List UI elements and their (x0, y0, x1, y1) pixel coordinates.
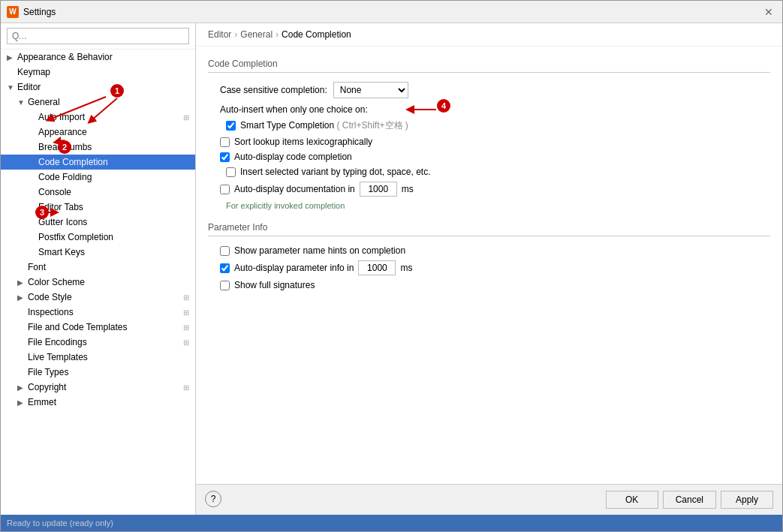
sidebar-item-copyright[interactable]: ▶ Copyright ⊞ (1, 380, 195, 395)
breadcrumb-current: Code Completion (282, 29, 351, 40)
main-panel: Editor › General › Code Completion Code … (196, 23, 782, 515)
settings-dialog: W Settings ✕ ▶ Appearance & Behavior Key… (0, 0, 783, 532)
badge-icon: ⊞ (183, 383, 189, 392)
titlebar: W Settings ✕ (1, 1, 782, 23)
sort-lookup-row: Sort lookup items lexicographically (208, 137, 770, 147)
auto-display-checkbox[interactable] (220, 152, 230, 162)
dialog-footer: ? OK Cancel Apply (196, 484, 782, 515)
sidebar-item-appearance[interactable]: Appearance (1, 125, 195, 140)
badge-icon: ⊞ (183, 338, 189, 347)
sidebar-label: Appearance & Behavior (17, 52, 113, 62)
sidebar-label: Emmet (28, 397, 56, 407)
sidebar-item-code-style[interactable]: ▶ Code Style ⊞ (1, 290, 195, 305)
sidebar-item-code-completion[interactable]: Code Completion (1, 155, 195, 170)
sidebar-item-file-code-templates[interactable]: File and Code Templates ⊞ (1, 320, 195, 335)
sidebar-label: Gutter Icons (38, 217, 87, 227)
show-hints-label[interactable]: Show parameter name hints on completion (234, 245, 405, 256)
badge-icon: ⊞ (183, 113, 189, 122)
sidebar-label: File Types (28, 367, 68, 377)
auto-display-doc-input[interactable]: 1000 (360, 182, 397, 197)
sidebar-item-emmet[interactable]: ▶ Emmet (1, 395, 195, 410)
sidebar-item-gutter-icons[interactable]: Gutter Icons (1, 215, 195, 230)
apply-button[interactable]: Apply (721, 491, 773, 509)
breadcrumb-sep2: › (276, 29, 279, 40)
badge-icon: ⊞ (183, 308, 189, 317)
statusbar-text: Ready to update (ready only) (7, 518, 113, 527)
show-full-checkbox[interactable] (220, 281, 230, 290)
auto-display-param-row: Auto-display parameter info in 1000 ms (208, 260, 770, 275)
sidebar-item-color-scheme[interactable]: ▶ Color Scheme (1, 275, 195, 290)
sidebar-item-editor[interactable]: ▼ Editor (1, 80, 195, 95)
help-button[interactable]: ? (205, 491, 221, 507)
ok-button[interactable]: OK (606, 491, 658, 509)
sidebar-item-breadcrumbs[interactable]: Breadcrumbs (1, 140, 195, 155)
show-full-row: Show full signatures (208, 280, 770, 290)
sidebar-label: General (28, 97, 60, 107)
sidebar-item-smart-keys[interactable]: Smart Keys (1, 245, 195, 260)
breadcrumb: Editor › General › Code Completion (196, 23, 782, 47)
auto-display-row: Auto-display code completion (208, 152, 770, 162)
auto-display-doc-label[interactable]: Auto-display documentation in (234, 184, 355, 194)
param-ms-unit: ms (400, 263, 412, 273)
breadcrumb-general: General (240, 29, 273, 40)
sidebar-label: File and Code Templates (28, 322, 128, 332)
content-area: Code Completion Case sensitive completio… (196, 47, 782, 484)
auto-display-doc-checkbox[interactable] (220, 185, 230, 194)
sidebar-label: Editor (17, 82, 41, 92)
auto-display-param-label[interactable]: Auto-display parameter info in (234, 263, 354, 273)
smart-type-label[interactable]: Smart Type Completion ( Ctrl+Shift+空格 ) (240, 119, 408, 132)
smart-type-checkbox[interactable] (226, 121, 236, 131)
sidebar-item-inspections[interactable]: Inspections ⊞ (1, 305, 195, 320)
badge-icon: ⊞ (183, 293, 189, 302)
sidebar-label: Copyright (28, 382, 66, 392)
search-box (1, 23, 195, 50)
sidebar-label: Code Completion (38, 157, 108, 167)
dialog-body: ▶ Appearance & Behavior Keymap ▼ Editor … (1, 23, 782, 515)
expand-icon: ▶ (17, 293, 28, 302)
smart-type-row: Smart Type Completion ( Ctrl+Shift+空格 ) (208, 119, 770, 132)
case-sensitive-label: Case sensitive completion: (220, 85, 327, 95)
window-title: Settings (23, 7, 761, 17)
sidebar-label: Font (28, 262, 46, 272)
show-hints-checkbox[interactable] (220, 246, 230, 256)
auto-display-param-checkbox[interactable] (220, 263, 230, 273)
sidebar: ▶ Appearance & Behavior Keymap ▼ Editor … (1, 23, 196, 515)
search-input[interactable] (7, 28, 189, 44)
sidebar-item-file-encodings[interactable]: File Encodings ⊞ (1, 335, 195, 350)
sidebar-item-postfix-completion[interactable]: Postfix Completion (1, 230, 195, 245)
expand-icon: ▶ (7, 53, 17, 62)
insert-selected-label[interactable]: Insert selected variant by typing dot, s… (240, 167, 430, 177)
sidebar-item-auto-import[interactable]: Auto Import ⊞ (1, 110, 195, 125)
breadcrumb-sep: › (234, 29, 237, 40)
sidebar-item-live-templates[interactable]: Live Templates (1, 350, 195, 365)
auto-display-doc-row: Auto-display documentation in 1000 ms (208, 182, 770, 197)
close-button[interactable]: ✕ (761, 5, 776, 20)
expand-icon: ▶ (17, 398, 28, 407)
section-code-completion: Code Completion (208, 59, 770, 73)
sidebar-item-appearance-behavior[interactable]: ▶ Appearance & Behavior (1, 50, 195, 65)
sidebar-item-font[interactable]: Font (1, 260, 195, 275)
sidebar-label: Keymap (17, 67, 50, 77)
sort-lookup-checkbox[interactable] (220, 137, 230, 147)
sidebar-item-general[interactable]: ▼ General (1, 95, 195, 110)
case-sensitive-select[interactable]: None First letter All (333, 82, 408, 98)
cancel-button[interactable]: Cancel (663, 491, 716, 509)
auto-display-param-input[interactable]: 1000 (358, 260, 396, 275)
breadcrumb-editor: Editor (208, 29, 231, 40)
sidebar-item-file-types[interactable]: File Types (1, 365, 195, 380)
badge-icon: ⊞ (183, 323, 189, 332)
auto-display-label[interactable]: Auto-display code completion (234, 152, 352, 162)
sidebar-item-keymap[interactable]: Keymap (1, 65, 195, 80)
sort-lookup-label[interactable]: Sort lookup items lexicographically (234, 137, 372, 147)
sidebar-item-console[interactable]: Console (1, 185, 195, 200)
sidebar-label: Console (38, 187, 71, 197)
sidebar-label: Smart Keys (38, 247, 85, 257)
insert-selected-checkbox[interactable] (226, 167, 236, 177)
sidebar-item-code-folding[interactable]: Code Folding (1, 170, 195, 185)
sidebar-item-editor-tabs[interactable]: Editor Tabs (1, 200, 195, 215)
sidebar-label: Editor Tabs (38, 202, 83, 212)
sidebar-label: Postfix Completion (38, 232, 113, 242)
show-hints-row: Show parameter name hints on completion (208, 245, 770, 256)
hint-text: For explicitly invoked completion (208, 201, 770, 210)
show-full-label[interactable]: Show full signatures (234, 280, 315, 290)
